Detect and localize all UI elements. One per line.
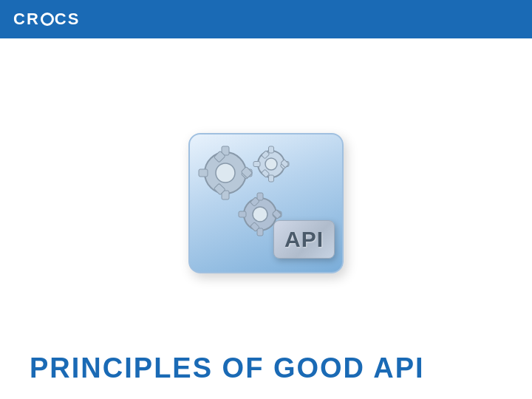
svg-point-11 [265, 158, 277, 170]
svg-point-21 [253, 207, 267, 222]
svg-rect-12 [269, 146, 274, 153]
slide-title: PRINCIPLES OF GOOD API [30, 352, 502, 384]
header-bar: CRCS [0, 0, 532, 38]
logo: CRCS [13, 10, 80, 29]
svg-rect-15 [253, 161, 260, 166]
svg-rect-25 [239, 211, 246, 217]
svg-rect-22 [257, 193, 263, 200]
illustration-area: API [0, 38, 532, 352]
svg-rect-13 [269, 175, 274, 182]
api-label: API [284, 227, 324, 252]
svg-point-1 [216, 163, 235, 183]
api-label-box: API [273, 220, 335, 259]
logo-o-circle [41, 13, 54, 26]
svg-rect-5 [199, 169, 208, 177]
main-content: API PRINCIPLES OF GOOD API [0, 38, 532, 399]
svg-rect-23 [257, 228, 263, 236]
title-section: PRINCIPLES OF GOOD API [0, 352, 532, 399]
api-illustration-box: API [188, 133, 344, 273]
